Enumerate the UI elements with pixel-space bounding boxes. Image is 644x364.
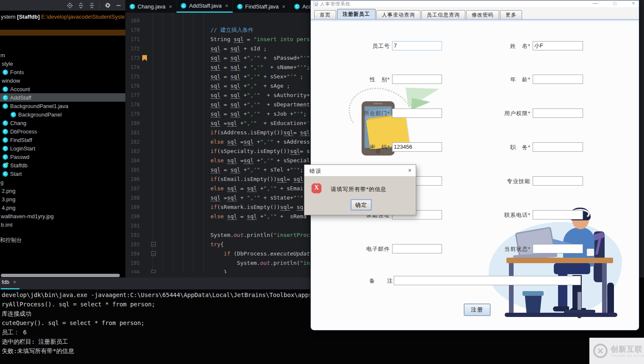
tree-item-backgroundpanel1-java[interactable]: CBackgroundPanel1.java [0,102,125,110]
line-number[interactable]: 192 [125,231,140,240]
phone-field[interactable] [533,210,583,220]
line-number[interactable]: 183 [125,147,140,156]
tree-item-start[interactable]: CStart [0,169,125,178]
fold-icon[interactable]: − [151,270,156,273]
remark-field[interactable] [394,276,581,285]
tree-item-style[interactable]: style [0,59,125,68]
tree-item-4-png[interactable]: 4.png [0,203,125,212]
line-number[interactable]: 182 [125,137,140,147]
line-number[interactable]: 178 [125,100,140,109]
specialty-field[interactable] [533,176,583,186]
fold-icon[interactable]: − [151,242,156,247]
tree-item-chang[interactable]: CChang [0,119,125,127]
fold-icon[interactable]: − [151,251,156,256]
editor-tab-chang-java[interactable]: CChang.java× [125,0,177,13]
line-number[interactable]: 186 [125,175,140,184]
tree-item-findstaff[interactable]: CFindStaff [0,136,125,144]
project-header: ystem [Staffdb] E:\develop\javacode\Stud… [1,14,124,20]
tree-item-addstaff[interactable]: CAddStaff [0,93,125,102]
tab-close-icon[interactable]: × [282,3,285,10]
tree-item-label: 4.png [2,205,16,211]
line-number[interactable]: 180 [125,119,140,128]
tree-item-fonts[interactable]: CFonts [0,68,125,76]
line-number[interactable]: 171 [125,35,140,44]
tab-close-icon[interactable]: × [169,3,172,10]
tree-item-wallhaven-md1yry-jpg[interactable]: wallhaven-md1yry.jpg [0,212,125,220]
tree-item-account[interactable]: CAccount [0,85,125,93]
line-number[interactable]: 189 [125,203,140,212]
minimize-button[interactable]: — [591,0,599,6]
line-number[interactable]: 175 [125,72,140,81]
console-tab-fdb[interactable]: fdb × [2,279,16,285]
editor-tab-addstaff-java[interactable]: CAddStaff.java× [177,0,233,13]
line-number[interactable]: 173 [125,53,140,63]
app-tab-首页[interactable]: 首页 [314,10,336,19]
permission-field[interactable] [533,108,583,118]
bookmark-icon[interactable] [142,55,147,61]
line-number[interactable]: 190 [125,212,140,221]
code-line: 196− } [125,268,310,273]
editor-tab-accoun[interactable]: CAccoun [290,0,310,13]
app-tab-人事变动查询[interactable]: 人事变动查询 [376,10,420,19]
tree-item-loginstart[interactable]: CLoginStart [0,144,125,153]
tree-item-b-iml[interactable]: b.iml [0,220,125,229]
dialog-titlebar[interactable]: 错误 × [304,165,416,177]
project-name: ystem [1,14,17,20]
bottle-icon [607,283,614,315]
app-titlebar[interactable]: 人事管理系统 — □ × [311,0,639,7]
editor-tab-findstaff-java[interactable]: CFindStaff.java× [233,0,290,13]
line-number[interactable]: 170 [125,25,140,35]
permission-label: 用户权限* [311,110,531,117]
line-number[interactable]: 193 [125,240,140,249]
tree-item-backgroundpanel[interactable]: CBackgroundPanel [0,110,125,119]
tree-item-window[interactable]: window [0,76,125,85]
app-tab-修改密码[interactable]: 修改密码 [466,10,499,19]
tree-item-passwd[interactable]: CPasswd [0,153,125,161]
ok-button[interactable]: 确定 [351,200,371,210]
line-number[interactable]: 181 [125,128,140,137]
collapse-all-icon[interactable] [88,2,95,9]
name-field[interactable]: 小F [533,41,583,50]
desk-leg-right [602,263,607,313]
position-field[interactable] [533,142,583,152]
code-editor[interactable]: 169170// 建立插入条件171String sql = "insert i… [125,13,310,273]
line-number[interactable]: 184 [125,156,140,165]
line-number[interactable]: 188 [125,193,140,203]
tree-item-staffdb[interactable]: CStaffdb [0,161,125,169]
hide-panel-icon[interactable] [115,2,122,9]
line-number[interactable]: 191 [125,221,140,231]
line-number[interactable]: 172 [125,44,140,53]
settings-gear-icon[interactable] [104,2,111,9]
app-tab-注册新员工[interactable]: 注册新员工 [337,9,376,19]
line-number[interactable]: 174 [125,63,140,72]
register-button[interactable]: 注册 [464,304,490,316]
age-field[interactable] [533,75,583,84]
line-number[interactable]: 179 [125,109,140,119]
close-button[interactable]: × [630,0,637,6]
line-number[interactable]: 196 [125,268,140,273]
line-number[interactable]: 185 [125,165,140,175]
line-number[interactable]: 194 [125,249,140,258]
tree-item-3-png[interactable]: 3.png [0,195,125,203]
locate-icon[interactable] [66,2,73,9]
tree-item-2-png[interactable]: 2.png [0,186,125,195]
tree-item-g[interactable]: g [0,178,125,186]
line-number[interactable]: 177 [125,91,140,100]
app-tab-更多[interactable]: 更多 [500,10,522,19]
tab-close-icon[interactable]: × [225,3,228,9]
line-number[interactable]: 195 [125,258,140,268]
maximize-button[interactable]: □ [611,0,619,6]
line-number[interactable]: 169 [125,16,140,25]
expand-all-icon[interactable] [77,2,84,9]
line-number[interactable]: 187 [125,184,140,193]
tree-item-m[interactable]: m [0,51,125,59]
tree-item-dbprocess[interactable]: CDbProcess [0,127,125,136]
project-horizontal-scrollbar[interactable] [1,274,120,277]
line-number[interactable]: 176 [125,81,140,91]
tree-item--[interactable]: 和控制台 [0,236,125,245]
tab-content-divider [311,19,639,21]
dialog-close-icon[interactable]: × [408,167,412,174]
app-tab-员工信息查询[interactable]: 员工信息查询 [421,10,465,19]
console-tab-close-icon[interactable]: × [13,279,16,285]
status-field[interactable] [533,244,583,253]
